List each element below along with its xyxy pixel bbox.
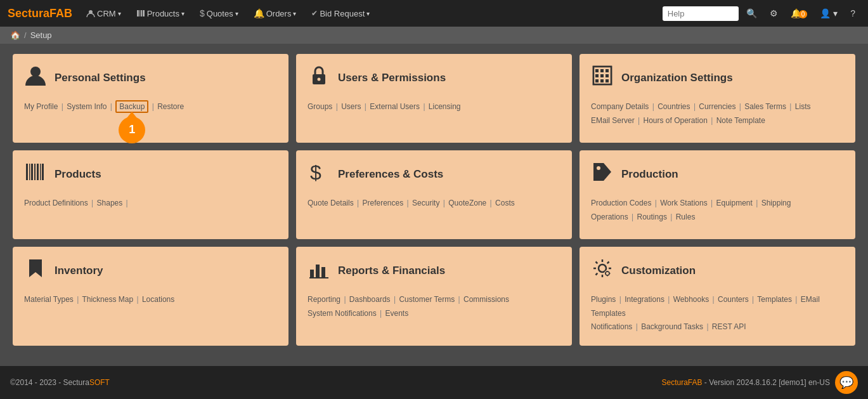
breadcrumb-current: Setup: [30, 30, 52, 40]
settings-icon-btn[interactable]: ⚙: [765, 4, 783, 22]
licensing-link[interactable]: Licensing: [429, 102, 461, 111]
svg-point-28: [597, 166, 600, 170]
svg-rect-3: [141, 10, 142, 16]
work-stations-link[interactable]: Work Stations: [660, 199, 707, 207]
events-link[interactable]: Events: [385, 309, 409, 318]
my-profile-link[interactable]: My Profile: [24, 102, 58, 111]
card-inventory-header: Inventory: [24, 257, 277, 284]
external-users-link[interactable]: External Users: [370, 102, 420, 111]
lists-link[interactable]: Lists: [795, 102, 811, 111]
footer-version-detail: - Version 2024.8.16.2 [demo1] en-US: [703, 378, 830, 387]
locations-link[interactable]: Locations: [142, 295, 174, 304]
card-products: Products Product Definitions | Shapes |: [13, 150, 288, 239]
notification-badge: 0: [799, 10, 808, 18]
nav-products-label: Products: [147, 9, 179, 18]
company-details-link[interactable]: Company Details: [591, 102, 649, 111]
nav-crm[interactable]: CRM ▾: [80, 5, 127, 22]
rest-api-link[interactable]: REST API: [712, 322, 746, 331]
svg-text:$: $: [310, 161, 321, 183]
users-link[interactable]: Users: [341, 102, 361, 111]
help-search-input[interactable]: [663, 6, 739, 21]
card-personal-settings-header: Personal Settings: [24, 64, 277, 91]
currencies-link[interactable]: Currencies: [699, 102, 735, 111]
nav-quotes[interactable]: $ Quotes ▾: [193, 4, 245, 22]
svg-rect-18: [606, 79, 609, 82]
footer-version-brand-link[interactable]: Sectura: [661, 378, 687, 387]
backup-tooltip-container: Backup 1: [115, 100, 148, 114]
commissions-link[interactable]: Commissions: [463, 295, 509, 304]
notifications-link[interactable]: Notifications: [591, 322, 632, 331]
quotezone-link[interactable]: QuoteZone: [448, 199, 486, 207]
barcode-icon: [24, 160, 47, 188]
users-permissions-title: Users & Permissions: [338, 72, 446, 84]
footer-right: SecturaFAB - Version 2024.8.16.2 [demo1]…: [661, 371, 858, 394]
svg-rect-22: [31, 164, 33, 180]
nav-bid-request[interactable]: ✔ Bid Request ▾: [305, 5, 376, 22]
production-codes-link[interactable]: Production Codes: [591, 199, 651, 207]
navbar: SecturaFAB CRM ▾ Products ▾ $ Quotes ▾ 🔔…: [0, 0, 868, 27]
notifications-btn[interactable]: 🔔0: [786, 4, 813, 22]
chat-button[interactable]: 💬: [835, 371, 858, 394]
rules-link[interactable]: Rules: [676, 213, 696, 221]
webhooks-link[interactable]: Webhooks: [673, 295, 709, 304]
brand-logo[interactable]: SecturaFAB: [8, 7, 72, 20]
svg-rect-12: [606, 69, 609, 72]
thickness-map-link[interactable]: Thickness Map: [82, 295, 133, 304]
search-icon-btn[interactable]: 🔍: [741, 4, 762, 22]
svg-rect-20: [26, 164, 28, 180]
svg-rect-10: [595, 69, 599, 72]
product-definitions-link[interactable]: Product Definitions: [24, 199, 88, 207]
card-preferences-header: $ Preferences & Costs: [308, 160, 560, 188]
background-tasks-link[interactable]: Background Tasks: [641, 322, 703, 331]
material-types-link[interactable]: Material Types: [24, 295, 74, 304]
footer: ©2014 - 2023 - SecturaSOFT SecturaFAB - …: [0, 366, 868, 399]
nav-bid-label: Bid Request: [320, 9, 365, 18]
svg-point-7: [318, 78, 321, 81]
card-products-header: Products: [24, 160, 277, 188]
reports-financials-title: Reports & Financials: [338, 265, 445, 277]
setup-grid: Personal Settings My Profile | System In…: [13, 54, 855, 346]
system-notifications-link[interactable]: System Notifications: [308, 309, 377, 318]
reporting-link[interactable]: Reporting: [308, 295, 340, 304]
footer-version-fab: FAB: [688, 378, 703, 387]
dashboards-link[interactable]: Dashboards: [349, 295, 391, 304]
footer-brand-link[interactable]: SOFT: [89, 378, 110, 387]
nav-orders[interactable]: 🔔 Orders ▾: [247, 4, 303, 22]
plugins-link[interactable]: Plugins: [591, 295, 616, 304]
equipment-link[interactable]: Equipment: [716, 199, 753, 207]
card-org-header: Organization Settings: [591, 64, 844, 91]
quote-details-link[interactable]: Quote Details: [308, 199, 354, 207]
preferences-link[interactable]: Preferences: [363, 199, 404, 207]
integrations-link[interactable]: Integrations: [625, 295, 664, 304]
orders-icon: 🔔: [254, 8, 264, 18]
costs-link[interactable]: Costs: [495, 199, 515, 207]
dollar-icon: $: [308, 160, 330, 188]
counters-link[interactable]: Counters: [718, 295, 749, 304]
shapes-link[interactable]: Shapes: [97, 199, 123, 207]
card-customization: Customization Plugins | Integrations | W…: [580, 247, 855, 346]
card-production: Production Production Codes | Work Stati…: [580, 150, 855, 239]
shipping-link[interactable]: Shipping: [761, 199, 791, 207]
system-info-link[interactable]: System Info: [67, 102, 107, 111]
countries-link[interactable]: Countries: [657, 102, 690, 111]
email-server-link[interactable]: EMail Server: [591, 116, 635, 125]
organization-settings-title: Organization Settings: [621, 72, 733, 84]
breadcrumb-home-link[interactable]: 🏠: [10, 30, 20, 40]
groups-link[interactable]: Groups: [308, 102, 332, 111]
customer-terms-link[interactable]: Customer Terms: [399, 295, 455, 304]
routings-link[interactable]: Routings: [637, 213, 667, 221]
security-link[interactable]: Security: [412, 199, 439, 207]
card-users-header: Users & Permissions: [308, 64, 560, 91]
operations-link[interactable]: Operations: [591, 213, 628, 221]
svg-rect-32: [309, 277, 328, 278]
user-menu-btn[interactable]: 👤 ▾: [815, 4, 843, 22]
card-reports-financials: Reports & Financials Reporting | Dashboa…: [296, 247, 572, 346]
hours-operation-link[interactable]: Hours of Operation: [644, 116, 708, 125]
templates-link[interactable]: Templates: [757, 295, 792, 304]
nav-products[interactable]: Products ▾: [130, 5, 191, 22]
restore-link[interactable]: Restore: [157, 102, 184, 111]
sales-terms-link[interactable]: Sales Terms: [744, 102, 786, 111]
help-icon-btn[interactable]: ?: [845, 4, 860, 22]
note-template-link[interactable]: Note Template: [716, 116, 765, 125]
preferences-costs-title: Preferences & Costs: [338, 168, 443, 181]
